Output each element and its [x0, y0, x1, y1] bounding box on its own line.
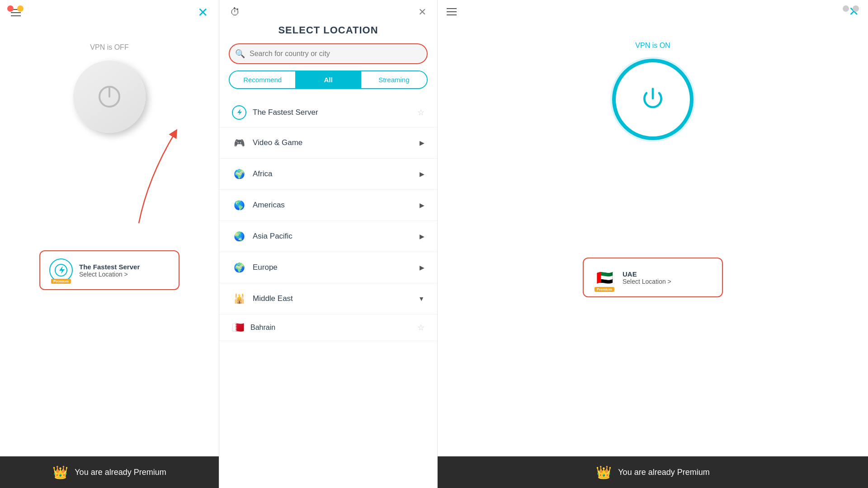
americas-icon: 🌎: [232, 198, 246, 212]
right-title-bar: ✕: [438, 0, 868, 23]
item-left: 🕌 Middle East: [232, 291, 293, 306]
item-left: 🌍 Europe: [232, 260, 278, 275]
location-card-right[interactable]: 🇦🇪 Premium UAE Select Location >: [583, 258, 723, 297]
hamburger-menu-right[interactable]: [447, 8, 457, 15]
uae-flag-wrapper: 🇦🇪 Premium: [593, 266, 616, 289]
star-bahrain[interactable]: ☆: [417, 323, 425, 333]
power-icon-left: [96, 83, 123, 110]
chevron-americas: ▶: [420, 202, 425, 209]
uae-flag-icon: 🇦🇪: [593, 266, 616, 289]
right-card-wrapper: 🇦🇪 Premium UAE Select Location >: [583, 230, 723, 297]
americas-label: Americas: [253, 201, 285, 210]
bahrain-flag-icon: 🇧🇭: [232, 322, 244, 333]
item-left: 🌏 Asia Pacific: [232, 229, 292, 244]
chevron-middle-east: ▼: [418, 295, 425, 302]
page-title: SELECT LOCATION: [278, 24, 378, 36]
annotation-arrow-1: [121, 124, 211, 228]
vpn-status-left: VPN is OFF: [90, 43, 128, 52]
fastest-server-icon-left: Premium: [49, 258, 73, 282]
crown-icon-right: 👑: [596, 465, 612, 480]
africa-label: Africa: [253, 169, 272, 178]
item-left: 🌎 Americas: [232, 198, 285, 212]
crown-icon-left: 👑: [52, 465, 68, 480]
star-fastest[interactable]: ☆: [417, 108, 425, 117]
vpn-status-right: VPN is ON: [635, 42, 670, 50]
europe-icon: 🌍: [232, 260, 246, 275]
card-subtitle-left: Select Location >: [79, 271, 140, 278]
location-card-left[interactable]: Premium The Fastest Server Select Locati…: [39, 250, 179, 290]
bahrain-left: 🇧🇭 Bahrain: [232, 322, 275, 333]
center-panel: ⏱ ✕ SELECT LOCATION 🔍 Recommend All Stre…: [219, 0, 438, 488]
power-icon-right: [637, 84, 669, 115]
premium-text-right: You are already Premium: [618, 468, 709, 477]
premium-badge-left: Premium: [51, 279, 71, 284]
premium-bar-right[interactable]: 👑 You are already Premium: [438, 456, 868, 488]
list-item-middle-east[interactable]: 🕌 Middle East ▼: [219, 283, 437, 314]
list-item-video-game[interactable]: 🎮 Video & Game ▶: [219, 127, 437, 159]
left-title-bar: ✕: [0, 0, 219, 25]
premium-bar-left[interactable]: 👑 You are already Premium: [0, 456, 219, 488]
search-input[interactable]: [229, 43, 428, 64]
bahrain-label: Bahrain: [250, 324, 275, 332]
search-icon: 🔍: [235, 49, 245, 59]
premium-badge-right: Premium: [594, 287, 614, 292]
close-dot-right: [843, 5, 849, 12]
list-item-africa[interactable]: 🌍 Africa ▶: [219, 159, 437, 190]
card-text-left: The Fastest Server Select Location >: [79, 263, 140, 278]
power-button-right[interactable]: [612, 59, 693, 140]
chevron-europe: ▶: [420, 264, 425, 271]
list-item-fastest[interactable]: The Fastest Server ☆: [219, 98, 437, 127]
asia-icon: 🌏: [232, 229, 246, 244]
fastest-left: The Fastest Server: [232, 105, 318, 120]
minimize-dot-right: [853, 5, 859, 12]
window-controls-left: [7, 5, 24, 12]
middle-east-icon: 🕌: [232, 291, 246, 306]
list-item-asia[interactable]: 🌏 Asia Pacific ▶: [219, 221, 437, 252]
fastest-server-label: The Fastest Server: [253, 108, 318, 117]
minimize-dot[interactable]: [17, 5, 24, 12]
card-title-right: UAE: [623, 270, 671, 278]
card-title-left: The Fastest Server: [79, 263, 140, 271]
close-dot[interactable]: [7, 5, 14, 12]
tab-recommend[interactable]: Recommend: [230, 71, 295, 88]
tab-all[interactable]: All: [295, 71, 361, 88]
item-left: 🎮 Video & Game: [232, 136, 302, 150]
left-panel: ✕ VPN is OFF Premium The Fastest Server: [0, 0, 219, 488]
tab-streaming[interactable]: Streaming: [361, 71, 427, 88]
chevron-asia: ▶: [420, 233, 425, 240]
item-left: 🌍 Africa: [232, 167, 272, 181]
center-title-bar: ⏱ ✕: [219, 0, 437, 24]
close-button-left[interactable]: ✕: [198, 6, 208, 19]
power-button-left[interactable]: [73, 61, 146, 133]
close-button-center[interactable]: ✕: [418, 6, 426, 18]
search-box-wrapper: 🔍: [229, 43, 428, 64]
card-text-right: UAE Select Location >: [623, 270, 671, 285]
lightning-icon: [232, 105, 246, 120]
tab-bar: Recommend All Streaming: [229, 70, 428, 89]
list-item-bahrain[interactable]: 🇧🇭 Bahrain ☆: [219, 314, 437, 341]
card-subtitle-right: Select Location >: [623, 278, 671, 285]
speed-icon: ⏱: [230, 6, 240, 18]
chevron-africa: ▶: [420, 170, 425, 178]
list-item-americas[interactable]: 🌎 Americas ▶: [219, 190, 437, 221]
right-panel: ✕ VPN is ON 🇦🇪 Premium UAE Select Locati…: [438, 0, 868, 488]
location-list: The Fastest Server ☆ 🎮 Video & Game ▶ 🌍 …: [219, 98, 437, 488]
europe-label: Europe: [253, 263, 278, 272]
video-game-icon: 🎮: [232, 136, 246, 150]
africa-icon: 🌍: [232, 167, 246, 181]
asia-label: Asia Pacific: [253, 232, 292, 241]
premium-text-left: You are already Premium: [75, 468, 166, 477]
middle-east-label: Middle East: [253, 294, 293, 303]
chevron-video-game: ▶: [420, 139, 425, 146]
window-controls-right: [843, 5, 859, 12]
list-item-europe[interactable]: 🌍 Europe ▶: [219, 252, 437, 283]
video-game-label: Video & Game: [253, 138, 302, 147]
location-card-left-wrapper: Premium The Fastest Server Select Locati…: [39, 223, 179, 290]
